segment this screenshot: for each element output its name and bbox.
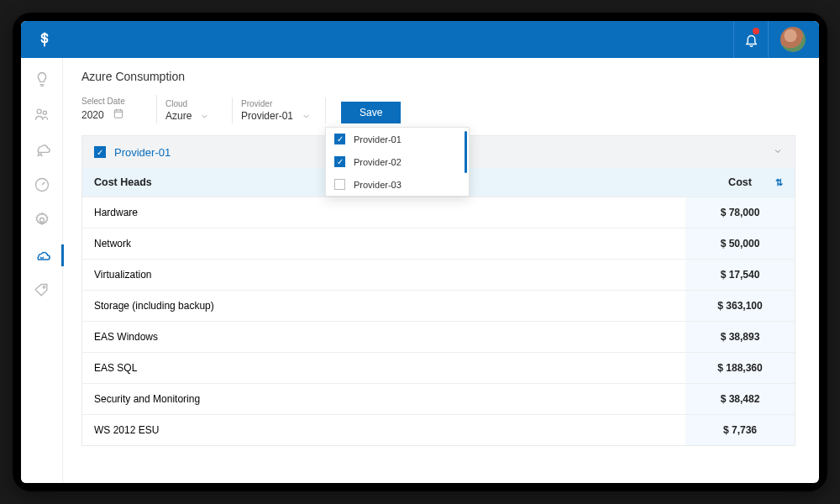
panel-checkbox-icon[interactable]: ✓ — [94, 146, 106, 158]
table-row: Hardware$ 78,000 — [82, 197, 795, 228]
table-row: Storage (including backup)$ 363,100 — [82, 291, 795, 322]
chevron-down-icon — [773, 144, 783, 160]
sidebar-item-cloud-user-icon[interactable] — [33, 140, 51, 159]
provider-option[interactable]: ✓Provider-01 — [326, 128, 469, 150]
cost-head-cell: EAS Windows — [82, 322, 685, 353]
filter-date[interactable]: Select Date 2020 — [81, 95, 157, 123]
filter-cloud[interactable]: Cloud Azure — [157, 97, 233, 123]
cost-head-cell: Virtualization — [82, 260, 685, 291]
column-cost[interactable]: Cost ⇅ — [685, 168, 795, 197]
sidebar-item-gear-icon[interactable] — [33, 211, 51, 229]
cost-value-cell: $ 188,360 — [685, 353, 795, 384]
cost-head-cell: Network — [82, 228, 685, 260]
sidebar-item-tag-icon[interactable] — [33, 281, 51, 300]
provider-option-label: Provider-01 — [354, 134, 402, 144]
svg-point-1 — [43, 111, 46, 114]
filter-bar: Select Date 2020 Cloud Azure Provider — [81, 95, 795, 123]
user-avatar[interactable] — [780, 27, 806, 52]
cost-head-cell: Security and Monitoring — [82, 384, 685, 415]
calendar-icon — [113, 108, 124, 122]
provider-option-label: Provider-03 — [354, 180, 402, 190]
svg-point-0 — [37, 109, 41, 113]
table-row: Network$ 50,000 — [82, 228, 795, 260]
cost-table: Cost Heads Cost ⇅ Hardware$ 78,000Networ… — [82, 168, 795, 445]
notifications-button[interactable] — [733, 21, 769, 58]
checkbox-icon[interactable] — [334, 179, 345, 190]
cost-head-cell: Storage (including backup) — [82, 291, 685, 322]
table-row: WS 2012 ESU$ 7,736 — [82, 415, 795, 446]
svg-rect-6 — [114, 110, 122, 118]
cost-value-cell: $ 363,100 — [685, 291, 795, 322]
cost-value-cell: $ 17,540 — [685, 260, 795, 291]
provider-dropdown: ✓Provider-01✓Provider-02Provider-03 — [325, 127, 470, 197]
dropdown-scrollbar[interactable] — [465, 131, 467, 173]
chevron-down-icon — [200, 112, 208, 120]
panel-title: Provider-01 — [114, 146, 171, 159]
cost-value-cell: $ 7,736 — [685, 415, 795, 446]
filter-date-value: 2020 — [81, 109, 104, 121]
cost-value-cell: $ 38,893 — [685, 322, 795, 353]
filter-cloud-label: Cloud — [165, 99, 217, 108]
app-logo-icon — [34, 29, 55, 50]
filter-cloud-value: Azure — [165, 110, 192, 122]
main-content: Azure Consumption Select Date 2020 Cloud… — [63, 58, 819, 483]
sidebar-item-people-icon[interactable] — [33, 105, 51, 123]
save-button[interactable]: Save — [341, 102, 401, 123]
table-row: Security and Monitoring$ 38,482 — [82, 384, 795, 415]
sort-icon[interactable]: ⇅ — [775, 177, 783, 188]
checkbox-icon[interactable]: ✓ — [334, 156, 345, 167]
filter-date-label: Select Date — [81, 97, 141, 106]
notification-badge — [753, 28, 759, 34]
page-title: Azure Consumption — [81, 70, 795, 83]
provider-option-label: Provider-02 — [354, 157, 402, 167]
cost-value-cell: $ 78,000 — [685, 197, 795, 228]
cost-value-cell: $ 38,482 — [685, 384, 795, 415]
sidebar-item-cloud-sync-icon[interactable] — [33, 246, 51, 265]
sidebar-item-idea-icon[interactable] — [33, 70, 51, 88]
provider-option[interactable]: Provider-03 — [326, 173, 469, 196]
table-row: EAS SQL$ 188,360 — [82, 353, 795, 384]
svg-point-5 — [43, 286, 45, 289]
top-bar — [21, 21, 819, 58]
sidebar-item-gauge-icon[interactable] — [33, 176, 51, 194]
provider-option[interactable]: ✓Provider-02 — [326, 150, 469, 173]
filter-provider[interactable]: Provider Provider-01 — [233, 97, 326, 123]
sidebar — [21, 58, 63, 483]
cost-head-cell: Hardware — [82, 197, 685, 228]
cost-head-cell: WS 2012 ESU — [82, 415, 685, 446]
table-row: Virtualization$ 17,540 — [82, 260, 795, 291]
filter-provider-value: Provider-01 — [241, 110, 293, 122]
svg-point-4 — [39, 218, 44, 223]
filter-provider-label: Provider — [241, 99, 310, 108]
table-row: EAS Windows$ 38,893 — [82, 322, 795, 353]
chevron-down-icon — [302, 112, 310, 120]
checkbox-icon[interactable]: ✓ — [334, 134, 345, 144]
cost-value-cell: $ 50,000 — [685, 228, 795, 260]
cost-head-cell: EAS SQL — [82, 353, 685, 384]
